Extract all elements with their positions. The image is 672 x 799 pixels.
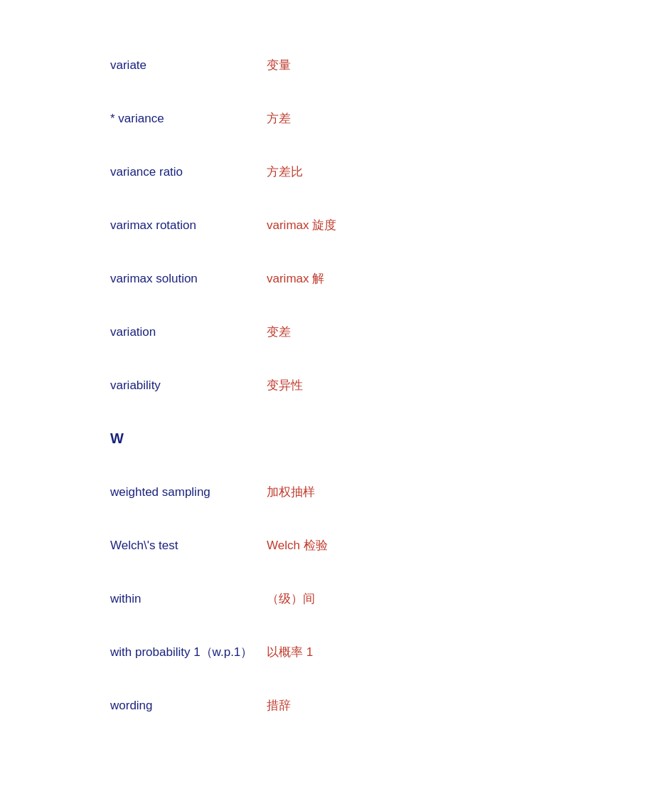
term-within: within (110, 592, 267, 606)
entry-variance-ratio: variance ratio 方差比 (110, 164, 672, 180)
translation-variate: 变量 (267, 57, 291, 73)
term-variance: * variance (110, 112, 267, 126)
term-variability: variability (110, 379, 267, 393)
term-with-probability: with probability 1（w.p.1） (110, 644, 267, 660)
translation-variability: 变异性 (267, 377, 303, 393)
entry-welch-test: Welch\'s test Welch 检验 (110, 537, 672, 554)
section-w: W weighted sampling 加权抽样 Welch\'s test W… (110, 430, 672, 714)
term-varimax-rotation: varimax rotation (110, 218, 267, 233)
entry-variability: variability 变异性 (110, 377, 672, 393)
translation-welch-test: Welch 检验 (267, 537, 328, 554)
entries-section: variate 变量 * variance 方差 variance ratio … (110, 57, 672, 393)
entry-variation: variation 变差 (110, 324, 672, 340)
translation-with-probability: 以概率 1 (267, 644, 313, 660)
entry-wording: wording 措辞 (110, 697, 672, 714)
translation-wording: 措辞 (267, 697, 291, 714)
term-weighted-sampling: weighted sampling (110, 485, 267, 499)
term-variate: variate (110, 58, 267, 73)
translation-varimax-rotation: varimax 旋度 (267, 217, 336, 233)
entry-weighted-sampling: weighted sampling 加权抽样 (110, 484, 672, 500)
term-varimax-solution: varimax solution (110, 272, 267, 286)
section-w-letter: W (110, 430, 672, 447)
entry-varimax-rotation: varimax rotation varimax 旋度 (110, 217, 672, 233)
entry-varimax-solution: varimax solution varimax 解 (110, 270, 672, 287)
translation-variance: 方差 (267, 110, 291, 127)
translation-variation: 变差 (267, 324, 291, 340)
entry-within: within （级）间 (110, 591, 672, 607)
translation-within: （级）间 (267, 591, 315, 607)
term-variation: variation (110, 325, 267, 339)
term-variance-ratio: variance ratio (110, 165, 267, 179)
entry-variance: * variance 方差 (110, 110, 672, 127)
translation-varimax-solution: varimax 解 (267, 270, 324, 287)
translation-variance-ratio: 方差比 (267, 164, 303, 180)
entry-with-probability: with probability 1（w.p.1） 以概率 1 (110, 644, 672, 660)
translation-weighted-sampling: 加权抽样 (267, 484, 315, 500)
term-wording: wording (110, 699, 267, 713)
entry-variate: variate 变量 (110, 57, 672, 73)
term-welch-test: Welch\'s test (110, 539, 267, 553)
